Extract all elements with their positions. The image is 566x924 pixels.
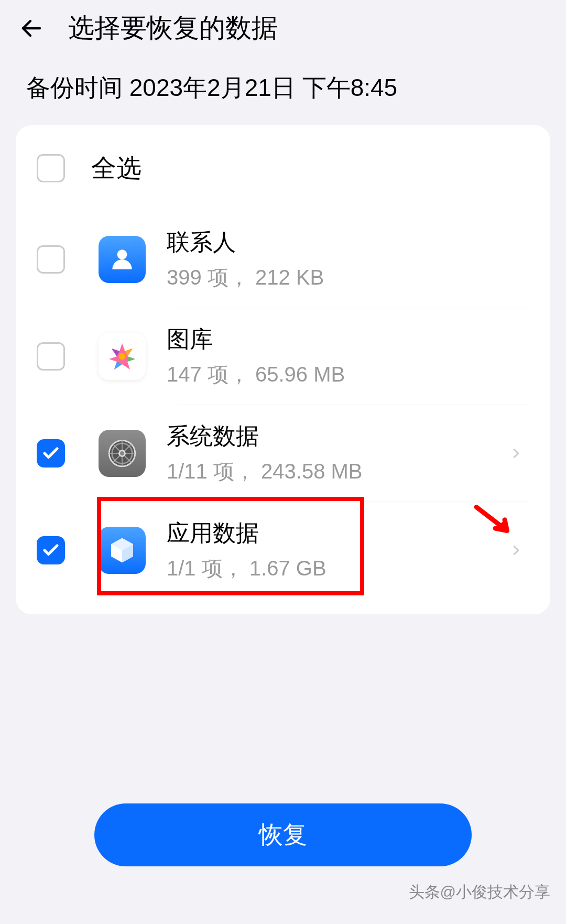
select-all-checkbox[interactable] [37, 154, 65, 182]
data-list-card: 全选 联系人 399 项， 212 KB [16, 125, 550, 614]
item-checkbox[interactable] [37, 439, 65, 468]
item-subtitle: 1/1 项， 1.67 GB [167, 554, 487, 583]
list-item-gallery[interactable]: 图库 147 项， 65.96 MB [16, 308, 550, 405]
page-title: 选择要恢复的数据 [68, 10, 278, 46]
check-icon [41, 444, 60, 463]
contacts-icon [99, 236, 146, 283]
list-item-appdata[interactable]: 应用数据 1/1 项， 1.67 GB [16, 502, 550, 599]
arrow-annotation-icon [472, 505, 519, 541]
chevron-right-icon [508, 542, 524, 558]
item-checkbox[interactable] [37, 245, 65, 274]
item-title: 图库 [167, 324, 529, 355]
item-title: 联系人 [167, 227, 529, 258]
system-icon [99, 430, 146, 477]
watermark-label: 头条@小俊技术分享 [409, 882, 550, 903]
item-subtitle: 147 项， 65.96 MB [167, 360, 529, 389]
item-title: 应用数据 [167, 518, 487, 549]
item-checkbox[interactable] [37, 536, 65, 564]
list-item-contacts[interactable]: 联系人 399 项， 212 KB [16, 211, 550, 308]
back-button[interactable] [16, 13, 47, 44]
item-checkbox[interactable] [37, 342, 65, 371]
list-item-system[interactable]: 系统数据 1/11 项， 243.58 MB [16, 405, 550, 502]
gallery-icon [99, 333, 146, 380]
check-icon [41, 541, 60, 560]
app-icon [99, 527, 146, 574]
select-all-label: 全选 [91, 151, 142, 185]
restore-button[interactable]: 恢复 [94, 803, 472, 866]
svg-point-1 [117, 249, 127, 259]
svg-point-2 [119, 353, 126, 360]
select-all-row[interactable]: 全选 [16, 141, 550, 211]
backup-time-label: 备份时间 2023年2月21日 下午8:45 [0, 61, 566, 125]
item-title: 系统数据 [167, 421, 487, 452]
restore-button-label: 恢复 [259, 819, 307, 851]
item-subtitle: 1/11 项， 243.58 MB [167, 457, 487, 486]
item-subtitle: 399 项， 212 KB [167, 263, 529, 292]
svg-point-9 [119, 451, 125, 456]
arrow-left-icon [19, 16, 44, 41]
chevron-right-icon [508, 445, 524, 461]
